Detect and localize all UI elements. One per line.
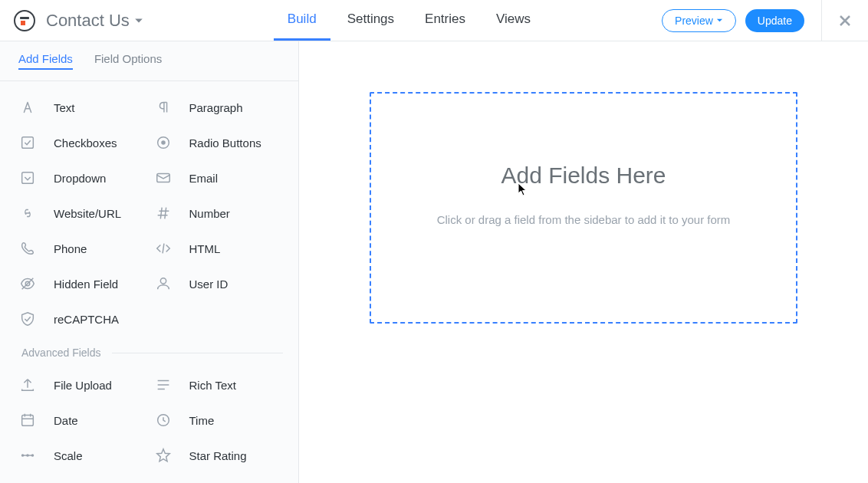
sidebar-tab-field-options[interactable]: Field Options — [94, 52, 162, 70]
caret-down-icon — [134, 16, 143, 25]
field-item-radio[interactable]: Radio Buttons — [154, 133, 285, 152]
field-item-email[interactable]: Email — [154, 169, 285, 187]
email-icon — [154, 169, 173, 187]
field-label: Star Rating — [189, 449, 247, 462]
tab-entries[interactable]: Entries — [411, 0, 479, 41]
advanced-fields-grid: File Upload Rich Text Date Time Scale St… — [0, 365, 298, 472]
field-item-hidden[interactable]: Hidden Field — [18, 274, 150, 293]
tab-build[interactable]: Build — [274, 0, 330, 41]
field-item-upload[interactable]: File Upload — [18, 376, 150, 394]
field-label: Phone — [54, 242, 87, 255]
radio-icon — [154, 133, 173, 152]
hash-icon — [154, 204, 173, 222]
field-label: Radio Buttons — [189, 136, 261, 150]
field-item-number[interactable]: Number — [154, 204, 285, 222]
field-item-paragraph[interactable]: Paragraph — [154, 98, 285, 117]
field-label: User ID — [189, 278, 229, 291]
field-item-rich-text[interactable]: Rich Text — [154, 376, 285, 394]
field-item-text[interactable]: Text — [18, 98, 150, 117]
field-item-html[interactable]: HTML — [154, 239, 285, 258]
field-label: Date — [54, 414, 78, 427]
tab-settings[interactable]: Settings — [334, 0, 408, 41]
field-label: Checkboxes — [54, 136, 117, 150]
field-label: HTML — [189, 242, 221, 255]
svg-point-6 — [160, 278, 166, 284]
field-item-time[interactable]: Time — [154, 411, 285, 429]
link-icon — [18, 204, 37, 222]
field-item-phone[interactable]: Phone — [18, 239, 150, 258]
field-label: Time — [189, 414, 215, 427]
star-icon — [154, 446, 173, 465]
drop-zone-subtitle: Click or drag a field from the sidebar t… — [437, 213, 731, 226]
field-item-scale[interactable]: Scale — [18, 446, 150, 465]
dropdown-icon — [18, 169, 37, 187]
svg-rect-7 — [22, 416, 34, 426]
paragraph-icon — [154, 98, 173, 117]
drop-zone[interactable]: Add Fields Here Click or drag a field fr… — [370, 92, 797, 324]
text-icon — [18, 98, 37, 117]
field-item-date[interactable]: Date — [18, 411, 150, 429]
shield-icon — [18, 310, 37, 328]
field-label: Number — [189, 207, 230, 220]
eye-off-icon — [18, 274, 37, 293]
phone-icon — [18, 239, 37, 258]
form-title: Contact Us — [46, 11, 130, 31]
svg-point-2 — [161, 140, 166, 145]
upload-icon — [18, 376, 37, 394]
field-label: Rich Text — [189, 379, 236, 392]
preview-button[interactable]: Preview — [662, 9, 736, 32]
top-bar-left: Contact Us — [0, 0, 143, 41]
field-item-dropdown[interactable]: Dropdown — [18, 169, 150, 187]
field-label: Text — [54, 101, 75, 114]
checkbox-icon — [18, 133, 37, 152]
close-icon — [839, 15, 851, 27]
field-label: Website/URL — [54, 207, 121, 220]
clock-icon — [154, 411, 173, 429]
primary-tabs: Build Settings Entries Views — [274, 0, 544, 41]
field-label: Email — [189, 172, 219, 185]
field-label: Dropdown — [54, 172, 106, 185]
sidebar-tabs: Add Fields Field Options — [0, 41, 298, 81]
field-label: Scale — [54, 449, 83, 462]
field-label: Paragraph — [189, 101, 243, 114]
rich-text-icon — [154, 376, 173, 394]
form-title-dropdown[interactable]: Contact Us — [46, 11, 143, 31]
svg-rect-3 — [22, 172, 34, 184]
tab-views[interactable]: Views — [482, 0, 544, 41]
field-item-recaptcha[interactable]: reCAPTCHA — [18, 310, 150, 328]
divider — [112, 353, 283, 353]
field-label: Hidden Field — [54, 278, 118, 291]
field-item-user-id[interactable]: User ID — [154, 274, 285, 293]
update-button[interactable]: Update — [745, 9, 804, 32]
field-label: File Upload — [54, 379, 112, 392]
field-item-star[interactable]: Star Rating — [154, 446, 285, 465]
basic-fields-grid: Text Paragraph Checkboxes Radio Buttons … — [0, 81, 298, 336]
advanced-fields-heading: Advanced Fields — [0, 336, 298, 365]
close-button[interactable] — [821, 0, 868, 41]
builder-body: Add Fields Field Options Text Paragraph … — [0, 41, 868, 483]
scale-icon — [18, 446, 37, 465]
svg-rect-4 — [156, 174, 169, 182]
caret-down-icon — [716, 17, 723, 24]
field-label: reCAPTCHA — [54, 313, 119, 326]
user-icon — [154, 274, 173, 293]
code-icon — [154, 239, 173, 258]
field-item-checkboxes[interactable]: Checkboxes — [18, 133, 150, 152]
top-bar-right: Preview Update — [662, 0, 868, 41]
svg-rect-0 — [22, 137, 34, 149]
app-logo-icon[interactable] — [14, 10, 35, 31]
drop-zone-title: Add Fields Here — [501, 163, 666, 189]
top-bar: Contact Us Build Settings Entries Views … — [0, 0, 868, 41]
sidebar: Add Fields Field Options Text Paragraph … — [0, 41, 299, 483]
form-canvas: Add Fields Here Click or drag a field fr… — [299, 41, 868, 483]
sidebar-tab-add-fields[interactable]: Add Fields — [18, 52, 73, 70]
field-item-website[interactable]: Website/URL — [18, 204, 150, 222]
calendar-icon — [18, 411, 37, 429]
